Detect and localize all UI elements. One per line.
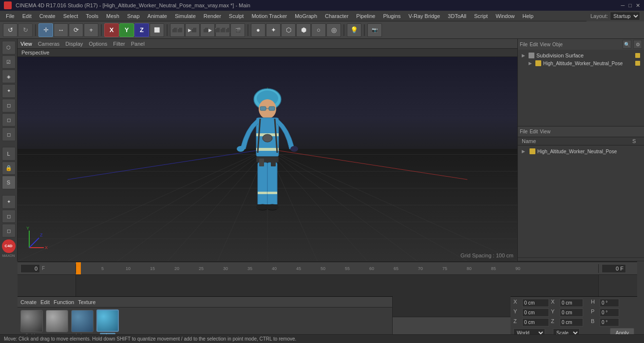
axis-y-btn[interactable]: Y [119,23,134,37]
menu-character[interactable]: Character [321,12,352,20]
menu-create[interactable]: Create [36,12,59,20]
sphere-btn[interactable]: ● [251,23,265,37]
obj-worker[interactable]: ▶ High_Altitude_Worker_Neutral_Pose [520,59,642,67]
menu-simulate[interactable]: Simulate [171,12,200,20]
scale-x-input[interactable] [560,299,583,307]
pos-x-input[interactable] [522,299,549,307]
frame-btn-1[interactable]: ⬛⬛ [170,23,185,37]
menu-animate[interactable]: Animate [144,12,171,20]
menu-render[interactable]: Render [200,12,225,20]
axis-x-btn[interactable]: X [104,23,119,37]
menu-edit[interactable]: Edit [19,12,36,20]
circle-btn[interactable]: ○ [311,23,326,37]
pos-y-input[interactable] [522,308,549,317]
mat-edit[interactable]: Edit [40,299,50,305]
minimize-btn[interactable]: ─ [621,2,625,8]
attr-file[interactable]: File [520,129,528,134]
viewport-tab-view[interactable]: View [20,41,32,47]
om-file[interactable]: File [520,42,528,47]
rotate-tool-btn[interactable]: ⟳ [69,23,83,37]
frame-btn-4[interactable]: ⬛⬛⬛ [215,23,230,37]
current-frame-input[interactable] [602,264,626,273]
frame-btn-5[interactable]: 🎬 [230,23,245,37]
viewport-tab-panel[interactable]: Panel [131,41,145,47]
menu-file[interactable]: File [2,12,19,20]
menu-select[interactable]: Select [59,12,82,20]
left-tool-2[interactable]: ☑ [2,55,16,69]
menu-mograph[interactable]: MoGraph [291,12,321,20]
start-frame-input[interactable] [20,264,40,273]
attr-s-header: S [632,138,640,144]
mat-texture[interactable]: Texture [78,299,95,305]
transform-tool-btn[interactable]: + [84,23,98,37]
hex1-btn[interactable]: ⬡ [281,23,296,37]
left-tool-5[interactable]: ◻ [2,99,16,112]
rot-b-input[interactable] [600,318,619,326]
menu-3dtoall[interactable]: 3DToAll [444,12,470,20]
light-btn[interactable]: 💡 [347,23,361,37]
om-edit[interactable]: Edit [530,42,538,47]
menu-pipeline[interactable]: Pipeline [352,12,379,20]
hex2-btn[interactable]: ⬢ [296,23,311,37]
attr-edit[interactable]: Edit [530,129,538,134]
redo-btn[interactable]: ↻ [18,23,33,37]
menu-tools[interactable]: Tools [82,12,102,20]
pos-z-input[interactable] [522,318,549,326]
left-tool-10[interactable]: ◻ [2,210,16,223]
undo-btn[interactable]: ↺ [3,23,18,37]
menu-motiontracker[interactable]: Motion Tracker [247,12,291,20]
scale-z-input[interactable] [560,318,583,326]
attr-item-name: High_Altitude_Worker_Neutral_Pose [537,149,617,154]
camera-btn[interactable]: 📷 [367,23,382,37]
rot-h-input[interactable] [600,299,619,307]
left-tool-4[interactable]: ✦ [2,84,16,98]
move-tool-btn[interactable]: ✛ [38,23,53,37]
rot-p-input[interactable] [600,308,619,317]
frame-btn-2[interactable]: ▶⬛ [185,23,200,37]
mat-function[interactable]: Function [54,299,74,305]
left-tool-lock[interactable]: 🔒 [2,162,16,175]
axis-all-btn[interactable]: ⬜ [150,23,164,37]
attr-view[interactable]: View [540,129,550,134]
left-tool-8[interactable]: L [2,147,16,161]
om-view[interactable]: View [540,42,550,47]
mat-create[interactable]: Create [20,299,37,305]
scale-y-input[interactable] [560,308,583,317]
left-tool-3[interactable]: ◈ [2,70,16,83]
left-tool-11[interactable]: ◻ [2,224,16,237]
menu-script[interactable]: Script [470,12,492,20]
viewport-tab-cameras[interactable]: Cameras [38,41,60,47]
frame-btn-3[interactable]: ⬛▶ [200,23,215,37]
left-tool-9[interactable]: ✦ [2,195,16,209]
menu-snap[interactable]: Snap [123,12,144,20]
viewport-tab-filter[interactable]: Filter [113,41,125,47]
left-tool-s[interactable]: S [2,176,16,189]
timeline-cursor[interactable] [76,262,81,274]
om-settings-btn[interactable]: ⚙ [633,40,642,49]
viewport-tab-options[interactable]: Options [89,41,107,47]
om-scrollbar-h[interactable] [518,257,644,261]
viewport-tab-display[interactable]: Display [65,41,83,47]
axis-z-btn[interactable]: Z [134,23,149,37]
timeline-ruler[interactable]: 0 5 10 15 20 25 30 35 40 45 50 55 60 65 … [76,262,598,274]
maximize-btn[interactable]: □ [628,2,632,8]
menu-mesh[interactable]: Mesh [102,12,123,20]
menu-vray[interactable]: V-Ray Bridge [405,12,444,20]
left-tool-6[interactable]: ◻ [2,113,16,127]
layout-select[interactable]: Startup [610,12,640,20]
left-tool-7[interactable]: ◻ [2,127,16,141]
menu-help[interactable]: Help [519,12,538,20]
scale-tool-btn[interactable]: ↔ [54,23,68,37]
menu-window[interactable]: Window [492,12,518,20]
left-tool-1[interactable]: ⬡ [2,41,16,54]
obj-subdivision[interactable]: ▶ Subdivision Surface [520,52,642,59]
star-btn[interactable]: ✦ [266,23,281,37]
menu-sculpt[interactable]: Sculpt [225,12,248,20]
attr-item-1[interactable]: ▶ High_Altitude_Worker_Neutral_Pose [522,147,640,155]
menu-plugins[interactable]: Plugins [379,12,404,20]
viewport[interactable]: Grid Spacing : 100 cm X Y Z [18,57,517,261]
om-search-btn[interactable]: 🔍 [623,40,631,49]
close-btn[interactable]: ✕ [636,2,640,9]
ring-btn[interactable]: ◎ [326,23,341,37]
om-obje[interactable]: Obje [552,42,563,47]
